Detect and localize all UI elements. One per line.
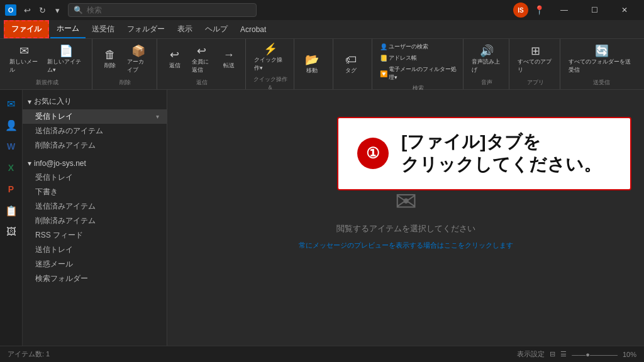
folder-drafts[interactable]: 下書き — [23, 185, 167, 199]
folder-search[interactable]: 検索フォルダー — [23, 272, 167, 286]
titlebar-nav: ↩ ↻ ▾ — [20, 3, 64, 17]
user-avatar[interactable]: IS — [513, 3, 528, 18]
sidebar-icon-word[interactable]: W — [3, 138, 20, 155]
folder-inbox-favorites[interactable]: 受信トレイ ▾ — [23, 109, 167, 124]
reply-all-icon: ↩ — [197, 45, 206, 57]
location-button[interactable]: 📍 — [532, 3, 546, 17]
main-layout: ✉ 👤 W X P 📋 🖼 ▾ お気に入り 受信トレイ ▾ 送信済みのアイテム … — [0, 90, 644, 346]
reply-group-label: 返信 — [162, 77, 242, 87]
titlebar: O ↩ ↻ ▾ 🔍 検索 IS 📍 — ☐ ✕ — [0, 0, 644, 20]
zoom-slider[interactable]: ——●———— — [572, 351, 618, 358]
folder-outbox[interactable]: 送信トレイ — [23, 243, 167, 257]
ribbon-group-quickops: ⚡ クイック操作▾ クイック操作 ＆ — [247, 39, 294, 89]
tab-view[interactable]: 表示 — [171, 20, 199, 38]
new-email-icon: ✉ — [19, 45, 29, 57]
new-group-label: 新規作成 — [6, 77, 88, 87]
statusbar: アイテム数: 1 表示設定 ⊟ ☰ ——●———— 10% — [0, 346, 644, 362]
close-button[interactable]: ✕ — [610, 0, 639, 20]
sidebar-icon-notes[interactable]: 🖼 — [3, 223, 20, 241]
preview-empty-text: 閲覧するアイテムを選択してください — [336, 223, 475, 234]
quickops-group-label: クイック操作 ＆ — [251, 74, 290, 92]
quick-access-button[interactable]: ▾ — [50, 3, 64, 17]
ribbon-group-delete: 🗑 削除 📦 アーカイブ 削除 — [94, 39, 157, 89]
all-apps-button[interactable]: ⊞ すべてのアプリ — [514, 43, 556, 76]
apps-group-label: アプリ — [514, 77, 556, 87]
tab-file[interactable]: ファイル — [4, 20, 49, 38]
tags-icon: 🏷 — [345, 54, 357, 65]
minimize-button[interactable]: — — [550, 0, 579, 20]
delete-group-label: 削除 — [97, 77, 153, 87]
folder-sent-favorites[interactable]: 送信済みのアイテム — [23, 124, 167, 138]
move-button[interactable]: 📂 移動 — [299, 52, 325, 77]
reply-button[interactable]: ↩ 返信 — [162, 47, 187, 72]
ribbon-group-apps: ⊞ すべてのアプリ アプリ — [511, 39, 560, 89]
delete-icon: 🗑 — [104, 49, 116, 60]
address-book-button[interactable]: 📒 アドレス帳 — [377, 53, 419, 63]
account-label: info@jo-sys.net — [34, 159, 86, 168]
sidebar-icon-powerpoint[interactable]: P — [3, 180, 20, 198]
quick-ops-button[interactable]: ⚡ クイック操作▾ — [251, 41, 290, 74]
tab-help[interactable]: ヘルプ — [199, 20, 234, 38]
sidebar-icon-excel[interactable]: X — [3, 159, 20, 177]
filter-icon: 🔽 — [380, 70, 387, 77]
tab-send-receive[interactable]: 送受信 — [86, 20, 121, 38]
receive-all-button[interactable]: 🔄 すべてのフォルダーを送受信 — [565, 43, 638, 76]
ribbon-group-search: 👤 ユーザーの検索 📒 アドレス帳 🔽 電子メールのフィルター処理▾ 検索 — [374, 39, 464, 89]
statusbar-right: 表示設定 ⊟ ☰ ——●———— 10% — [517, 349, 636, 359]
move-icon: 📂 — [305, 54, 319, 65]
view-mode-compact-icon[interactable]: ⊟ — [550, 350, 555, 358]
favorites-label: お気に入り — [34, 96, 72, 107]
tab-folder[interactable]: フォルダー — [121, 20, 171, 38]
reply-icon: ↩ — [170, 49, 179, 60]
sidebar-icon-tasks[interactable]: 📋 — [3, 202, 20, 219]
new-item-button[interactable]: 📄 新しいアイテム▾ — [44, 43, 88, 76]
sidebar-icon-mail[interactable]: ✉ — [3, 95, 20, 112]
user-search-icon: 👤 — [380, 43, 387, 50]
tab-home[interactable]: ホーム — [50, 20, 86, 38]
window-controls: — ☐ ✕ — [550, 0, 639, 20]
sidebar-icons: ✉ 👤 W X P 📋 🖼 — [0, 90, 23, 346]
ribbon-group-voice: 🔊 音声読み上げ 音声 — [465, 39, 509, 89]
all-apps-icon: ⊞ — [531, 45, 540, 57]
instruction-text: [ファイル]タブをクリックしてください。 — [401, 131, 601, 177]
preview-always-show-link[interactable]: 常にメッセージのプレビューを表示する場合はここをクリックします — [299, 241, 513, 250]
folder-rss[interactable]: RSS フィード — [23, 228, 167, 243]
preview-empty-icon: ✉ — [395, 186, 417, 217]
tab-acrobat[interactable]: Acrobat — [234, 20, 272, 38]
ribbon: ファイル ホーム 送受信 フォルダー 表示 ヘルプ Acrobat ✉ 新しいメ… — [0, 20, 644, 90]
app-icon: O — [5, 4, 16, 16]
search-bar[interactable]: 🔍 検索 — [68, 3, 257, 17]
delete-button[interactable]: 🗑 削除 — [97, 47, 123, 72]
new-item-icon: 📄 — [59, 45, 73, 57]
search-icon: 🔍 — [74, 6, 83, 14]
forward-button[interactable]: ↻ — [35, 3, 49, 17]
folder-inbox[interactable]: 受信トレイ — [23, 170, 167, 185]
archive-icon: 📦 — [131, 45, 145, 57]
maximize-button[interactable]: ☐ — [580, 0, 609, 20]
view-mode-list-icon[interactable]: ☰ — [560, 350, 567, 358]
folder-pane: ▾ お気に入り 受信トレイ ▾ 送信済みのアイテム 削除済みアイテム ▾ inf… — [23, 90, 167, 346]
back-button[interactable]: ↩ — [20, 3, 34, 17]
folder-junk[interactable]: 迷惑メール — [23, 257, 167, 272]
folder-sent[interactable]: 送信済みアイテム — [23, 199, 167, 214]
receive-all-icon: 🔄 — [595, 45, 609, 57]
filter-button[interactable]: 🔽 電子メールのフィルター処理▾ — [377, 64, 459, 83]
user-search-button[interactable]: 👤 ユーザーの検索 — [377, 41, 431, 52]
tags-button[interactable]: 🏷 タグ — [338, 52, 364, 77]
display-settings-button[interactable]: 表示設定 — [517, 349, 545, 359]
folder-deleted[interactable]: 削除済みアイテム — [23, 214, 167, 228]
forward-button[interactable]: → 転送 — [216, 47, 242, 72]
sidebar-icon-contacts[interactable]: 👤 — [3, 116, 20, 134]
new-email-button[interactable]: ✉ 新しいメール — [6, 43, 43, 76]
forward-icon: → — [223, 49, 235, 60]
folder-deleted-favorites[interactable]: 削除済みアイテム — [23, 138, 167, 153]
archive-button[interactable]: 📦 アーカイブ — [124, 43, 153, 76]
account-chevron: ▾ — [28, 159, 31, 168]
ribbon-content: ✉ 新しいメール 📄 新しいアイテム▾ 新規作成 🗑 削除 📦 アーカイブ — [0, 39, 644, 89]
reply-all-button[interactable]: ↩ 全員に返信 — [189, 43, 215, 76]
voice-button[interactable]: 🔊 音声読み上げ — [469, 43, 505, 76]
receive-all-group-label: 送受信 — [565, 77, 638, 87]
folder-dropdown-icon: ▾ — [156, 113, 159, 120]
favorites-chevron: ▾ — [28, 97, 31, 106]
search-placeholder: 検索 — [87, 5, 102, 16]
